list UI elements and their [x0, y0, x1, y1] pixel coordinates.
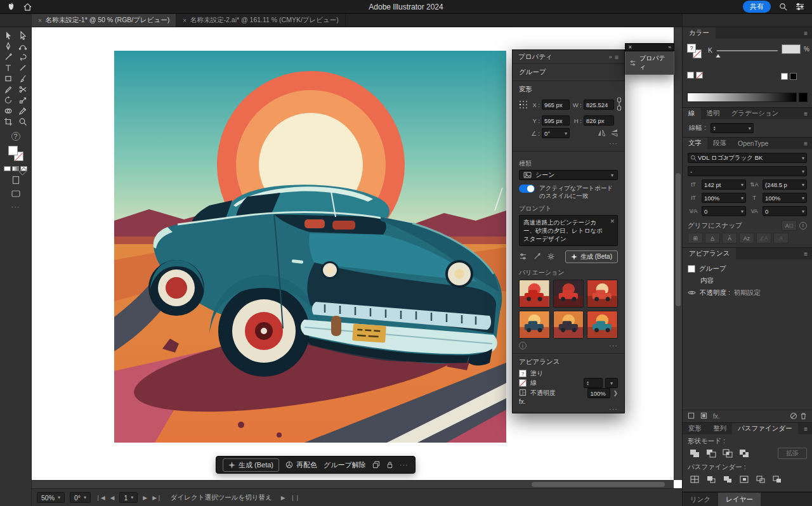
tab-transparency[interactable]: 透明 [701, 108, 726, 119]
home-icon[interactable] [23, 3, 32, 11]
glyph-guides-button[interactable]: A⃞ [782, 220, 797, 231]
search-icon[interactable] [779, 3, 787, 11]
white-swatch[interactable] [687, 72, 694, 79]
taskbar-more-icon[interactable]: ··· [400, 461, 409, 469]
rectangle-tool-button[interactable] [2, 74, 15, 84]
horizontal-scale-field[interactable]: 100%▾ [763, 193, 807, 203]
eyedropper-tool-button[interactable] [16, 106, 29, 116]
control-center-icon[interactable] [796, 3, 804, 10]
collapse-panel-icon[interactable]: » [609, 54, 612, 60]
k-value-field[interactable] [782, 44, 801, 54]
stroke-width-units-select[interactable]: ▾ [605, 378, 618, 388]
trash-icon[interactable] [800, 412, 807, 421]
close-tab-icon[interactable]: × [38, 17, 42, 24]
paintbrush-tool-button[interactable] [16, 74, 29, 84]
tab-gradient[interactable]: グラデーション [726, 108, 785, 119]
direct-selection-tool-button[interactable] [16, 30, 29, 41]
gradient-mode-button[interactable] [12, 166, 19, 171]
taskbar-lock-button[interactable] [386, 461, 393, 469]
t2v-more-options[interactable]: ··· [609, 342, 618, 349]
w-field[interactable]: 825.524 [584, 100, 614, 110]
tab-links[interactable]: リンク [683, 493, 718, 506]
next-artboard-button[interactable]: ▶ [143, 495, 147, 501]
k-slider-track[interactable] [717, 50, 778, 51]
tab-pathfinder[interactable]: パスファインダー [732, 423, 798, 434]
taskbar-generate-button[interactable]: 生成 (Beta) [223, 458, 279, 472]
curvature-tool-button[interactable] [16, 41, 29, 51]
panel-menu-icon[interactable]: ≡ [615, 53, 619, 61]
snap-baseline-button[interactable]: A̲ [705, 233, 720, 243]
stroke-swatch-none[interactable] [519, 379, 527, 387]
stroke-width-stepper[interactable]: ▲▼ [584, 378, 603, 388]
taskbar-ungroup-button[interactable]: グループ解除 [324, 460, 366, 470]
apple-icon[interactable] [8, 3, 15, 11]
artboard-select[interactable]: 1▾ [119, 492, 138, 503]
info-icon[interactable]: i [799, 222, 807, 230]
kerning-field[interactable]: 0▾ [702, 206, 746, 216]
variation-thumbnail-2[interactable] [553, 280, 584, 308]
clear-appearance-icon[interactable] [790, 412, 797, 421]
chevron-right-icon[interactable]: ❯ [613, 390, 618, 396]
artboard-tool-button[interactable] [2, 117, 15, 127]
minus-front-button[interactable] [704, 448, 718, 459]
trim-button[interactable] [704, 474, 718, 485]
clear-prompt-icon[interactable]: ✕ [610, 217, 615, 226]
add-fill-icon[interactable] [700, 412, 707, 420]
tracking-field[interactable]: 0▾ [763, 206, 807, 216]
first-artboard-button[interactable]: ❘◀ [96, 495, 105, 501]
k-slider-handle[interactable] [716, 51, 721, 59]
share-button[interactable]: 共有 [743, 1, 771, 13]
unite-button[interactable] [688, 448, 702, 459]
horizontal-scrollbar[interactable] [32, 480, 674, 488]
prompt-wand-icon[interactable] [533, 252, 541, 262]
generate-button[interactable]: 生成 (Beta) [565, 250, 618, 263]
transform-more-options[interactable]: ··· [609, 139, 618, 147]
tab-align[interactable]: 整列 [707, 423, 732, 434]
lasso-tool-button[interactable] [16, 52, 29, 62]
vertical-scrollbar-thumb[interactable] [676, 173, 681, 306]
panel-menu-icon[interactable]: ≡ [804, 140, 812, 147]
merge-button[interactable] [721, 474, 735, 485]
previous-artboard-button[interactable]: ◀ [110, 495, 115, 501]
panel-menu-icon[interactable]: ≡ [804, 110, 812, 117]
rotation-select[interactable]: 0°▾ [542, 128, 570, 138]
fill-swatch-mixed[interactable]: ? [519, 370, 527, 377]
color-fill-stroke-proxy[interactable]: ? [687, 44, 704, 60]
type-tool-button[interactable] [2, 63, 15, 73]
close-icon[interactable]: ✕ [628, 44, 632, 50]
fill-swatch-mixed[interactable]: ? [687, 44, 696, 53]
pen-tool-button[interactable] [2, 41, 15, 51]
crop-button[interactable] [737, 474, 751, 485]
black-quick-swatch[interactable] [790, 73, 797, 80]
x-field[interactable]: 965 px [542, 100, 570, 110]
variation-thumbnail-6[interactable] [587, 311, 618, 339]
pencil-tool-button[interactable] [2, 84, 15, 94]
pause-icon[interactable]: ❘❘ [291, 495, 300, 501]
appearance-row-contents[interactable]: 内容 [683, 275, 812, 287]
font-style-select[interactable]: - ▾ [688, 166, 807, 176]
outline-button[interactable] [754, 474, 768, 485]
fill-stroke-proxy[interactable] [8, 145, 24, 162]
variation-thumbnail-1[interactable] [519, 280, 550, 308]
line-segment-tool-button[interactable] [16, 63, 29, 73]
fx-label[interactable]: fx. [519, 398, 526, 405]
collapse-panel-icon[interactable]: » [669, 44, 671, 50]
variation-thumbnail-3[interactable] [587, 280, 618, 308]
zoom-tool-button[interactable] [16, 117, 29, 127]
link-dimensions-icon[interactable] [616, 96, 622, 113]
flip-horizontal-icon[interactable] [598, 129, 606, 138]
flip-vertical-icon[interactable] [611, 129, 618, 138]
properties-panel-tab[interactable]: プロパティ [518, 53, 553, 62]
eye-icon[interactable] [688, 290, 696, 295]
play-icon[interactable]: ▶ [281, 495, 285, 501]
tab-paragraph[interactable]: 段落 [707, 138, 732, 149]
white-quick-swatch[interactable] [781, 73, 788, 80]
tab-stroke[interactable]: 線 [683, 108, 701, 119]
color-mode-button[interactable] [4, 166, 11, 171]
intersect-button[interactable] [721, 448, 735, 459]
toolbar-more-icon[interactable]: ··· [11, 203, 20, 211]
add-stroke-icon[interactable] [688, 412, 695, 420]
artwork-canvas-image[interactable] [114, 51, 506, 443]
y-field[interactable]: 595 px [542, 115, 570, 126]
black-ramp-chip[interactable] [799, 93, 808, 102]
